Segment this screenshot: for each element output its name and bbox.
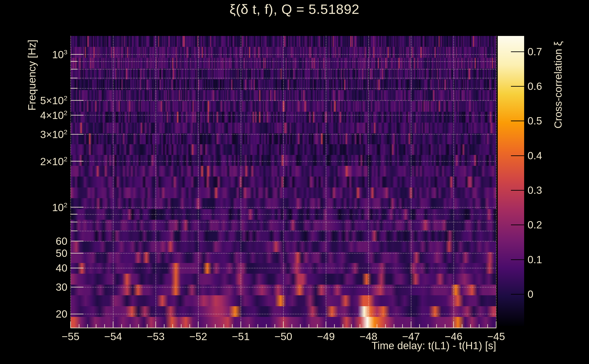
y-tick-label: 2×102	[40, 156, 67, 167]
y-tick-label: 30	[56, 282, 67, 292]
y-axis-title: Frequency [Hz]	[26, 39, 38, 110]
x-tick-label: −46	[445, 330, 463, 343]
colorbar-tick-label: 0	[528, 289, 533, 299]
colorbar-tick-label: 0.6	[528, 81, 542, 91]
colorbar-tick-label: 0.2	[528, 220, 542, 230]
x-tick-label: −54	[104, 330, 122, 343]
x-tick-label: −48	[360, 330, 377, 343]
y-tick-label: 20	[56, 309, 67, 319]
y-tick-label: 102	[52, 202, 67, 213]
x-tick-label: −49	[317, 330, 335, 343]
x-tick-label: −47	[402, 330, 420, 343]
chart-title: ξ(δ t, f), Q = 5.51892	[0, 1, 589, 17]
figure: ξ(δ t, f), Q = 5.51892 Frequency [Hz] Ti…	[0, 0, 589, 364]
y-tick-label: 103	[52, 49, 67, 60]
x-tick-label: −45	[487, 330, 505, 343]
spectrogram-heatmap-canvas	[0, 0, 589, 364]
y-tick-label: 40	[56, 263, 67, 273]
y-tick-label: 3×102	[40, 129, 67, 140]
x-tick-label: −50	[275, 330, 292, 343]
x-tick-label: −51	[232, 330, 250, 343]
y-tick-label: 60	[56, 236, 67, 246]
colorbar-tick-label: 0.1	[528, 254, 542, 265]
y-tick-label: 50	[56, 248, 67, 259]
x-tick-label: −52	[189, 330, 207, 343]
colorbar-tick-label: 0.3	[528, 185, 542, 195]
colorbar-axis-title: Cross-correlation ξ	[552, 41, 564, 129]
y-tick-label: 4×102	[40, 110, 67, 121]
y-tick-label: 5×102	[40, 95, 67, 106]
x-tick-label: −53	[147, 330, 164, 343]
x-tick-label: −55	[62, 330, 79, 343]
colorbar-tick-label: 0.7	[528, 46, 542, 57]
colorbar-tick-label: 0.4	[528, 150, 542, 161]
colorbar-tick-label: 0.5	[528, 116, 542, 126]
